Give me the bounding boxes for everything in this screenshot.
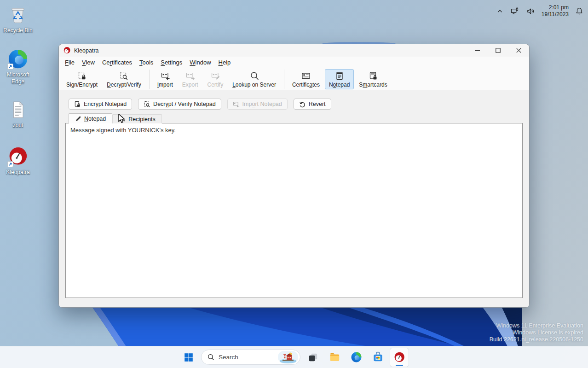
- button-label: Encrypt Notepad: [84, 101, 127, 107]
- edge-button[interactable]: [347, 348, 365, 367]
- desktop-icon-label: Recycle Bin: [3, 27, 32, 34]
- tray-date: 19/11/2023: [542, 11, 569, 18]
- encrypt-notepad-button[interactable]: Encrypt Notepad: [69, 99, 132, 110]
- undo-icon: [299, 101, 306, 108]
- shortcut-arrow-icon: [7, 64, 13, 70]
- desktop-icon-microsoft-edge[interactable]: Microsoft Edge: [0, 48, 36, 85]
- active-app-indicator: [396, 365, 403, 366]
- kleopatra-taskbar-button[interactable]: [390, 348, 409, 367]
- toolbar-sign-encrypt[interactable]: Sign/Encrypt: [62, 69, 102, 89]
- shortcut-arrow-icon: [7, 161, 13, 167]
- start-button[interactable]: [179, 348, 198, 367]
- kleopatra-icon: [7, 146, 29, 168]
- toolbar-label: Decrypt/Verify: [107, 82, 141, 88]
- window-title: Kleopatra: [74, 47, 99, 54]
- tray-clock[interactable]: 2:01 pm 19/11/2023: [541, 4, 570, 18]
- kleopatra-app-icon: [63, 47, 71, 54]
- tab-label: Notepad: [84, 116, 106, 122]
- toolbar-lookup-on-server[interactable]: Lookup on Server: [228, 69, 280, 89]
- button-label: Revert: [309, 101, 326, 107]
- desktop-icon-label: Kleopatra: [6, 169, 29, 176]
- id-card-icon: [301, 71, 311, 81]
- toolbar-label: Notepad: [329, 82, 350, 88]
- task-view-button[interactable]: [304, 348, 322, 367]
- card-pen-icon: [210, 71, 220, 81]
- toolbar-notepad[interactable]: Notepad: [325, 69, 354, 89]
- toolbar-label: Sign/Encrypt: [66, 82, 98, 88]
- system-tray: 2:01 pm 19/11/2023: [495, 0, 585, 22]
- file-explorer-button[interactable]: [325, 348, 344, 367]
- menu-certificates[interactable]: Certificates: [98, 58, 136, 67]
- toolbar-certify: Certify: [203, 69, 227, 89]
- search-daily-image[interactable]: [278, 351, 298, 363]
- toolbar-label: Export: [182, 82, 198, 88]
- notepad-icon: [334, 71, 345, 81]
- toolbar-decrypt-verify[interactable]: Decrypt/Verify: [103, 69, 145, 89]
- text-file-icon: [7, 99, 29, 121]
- menubar: File View Certificates Tools Settings Wi…: [59, 57, 529, 68]
- desktop-icon-recycle-bin[interactable]: Recycle Bin: [0, 4, 36, 34]
- revert-button[interactable]: Revert: [294, 99, 331, 110]
- card-arrow-in-icon: [160, 71, 170, 81]
- maximize-button[interactable]: [488, 44, 508, 57]
- menu-file[interactable]: File: [61, 58, 78, 67]
- taskbar: [0, 346, 588, 368]
- close-button[interactable]: [508, 44, 529, 57]
- document-search-icon: [144, 101, 150, 108]
- titlebar[interactable]: Kleopatra: [59, 44, 529, 57]
- toolbar-certificates[interactable]: Certificates: [288, 69, 324, 89]
- toolbar-label: Certify: [207, 82, 223, 88]
- notepad-text-area[interactable]: Message signed with YOURNICK's key.: [65, 123, 523, 298]
- network-icon[interactable]: [508, 5, 521, 18]
- minimize-button[interactable]: [467, 44, 488, 57]
- document-lock-icon: [77, 71, 87, 81]
- mouse-cursor: [118, 114, 127, 123]
- tab-label: Recipients: [128, 116, 155, 123]
- watermark-line: Windows 11 Enterprise Evaluation: [490, 322, 583, 329]
- card-arrow-out-icon: [185, 71, 195, 81]
- watermark-line: Windows License is expired: [490, 329, 583, 336]
- pencil-icon: [75, 116, 81, 122]
- document-lock-icon: [74, 101, 81, 108]
- card-arrow-in-icon: [233, 101, 240, 108]
- toolbar-label: Import: [157, 82, 173, 88]
- toolbar-label: Lookup on Server: [232, 82, 276, 88]
- tray-chevron-up-icon[interactable]: [495, 6, 505, 16]
- smartcard-reader-icon: [368, 71, 378, 81]
- microsoft-store-icon: [372, 351, 384, 363]
- toolbar-label: Certificates: [292, 82, 320, 88]
- menu-tools[interactable]: Tools: [136, 58, 157, 67]
- document-search-icon: [119, 71, 129, 81]
- search-icon: [249, 71, 259, 81]
- volume-icon[interactable]: [525, 5, 537, 18]
- menu-window[interactable]: Window: [186, 58, 214, 67]
- toolbar-smartcards[interactable]: Smartcards: [355, 69, 391, 89]
- menu-settings[interactable]: Settings: [157, 58, 186, 67]
- menu-help[interactable]: Help: [215, 58, 235, 67]
- taskbar-search[interactable]: [201, 350, 300, 365]
- menu-view[interactable]: View: [78, 58, 98, 67]
- search-input[interactable]: [219, 354, 274, 361]
- desktop-icon-kleopatra[interactable]: Kleopatra: [0, 146, 36, 176]
- tab-notepad[interactable]: Notepad: [69, 113, 112, 123]
- tray-time: 2:01 pm: [542, 4, 569, 11]
- windows-logo-icon: [183, 352, 194, 363]
- microsoft-store-button[interactable]: [369, 348, 387, 367]
- notepad-tabbar: Notepad Recipients: [69, 113, 523, 123]
- recycle-bin-icon: [7, 4, 29, 26]
- toolbar-separator: [149, 70, 150, 89]
- file-explorer-icon: [329, 351, 340, 363]
- task-view-icon: [308, 352, 318, 362]
- toolbar-label: Smartcards: [359, 82, 387, 88]
- decrypt-verify-notepad-button[interactable]: Decrypt / Verify Notepad: [138, 99, 221, 110]
- kleopatra-window: Kleopatra File View Certificates Tools S…: [58, 44, 530, 308]
- toolbar-export: Export: [178, 69, 202, 89]
- notification-bell-icon[interactable]: [573, 5, 585, 17]
- kleopatra-icon: [393, 351, 405, 363]
- import-notepad-button: Import Notepad: [227, 99, 288, 110]
- windows-watermark: Windows 11 Enterprise Evaluation Windows…: [490, 322, 583, 343]
- desktop-icon-zout[interactable]: zout: [0, 99, 36, 129]
- toolbar-import[interactable]: Import: [153, 69, 177, 89]
- search-icon: [208, 354, 214, 361]
- button-label: Decrypt / Verify Notepad: [153, 101, 216, 107]
